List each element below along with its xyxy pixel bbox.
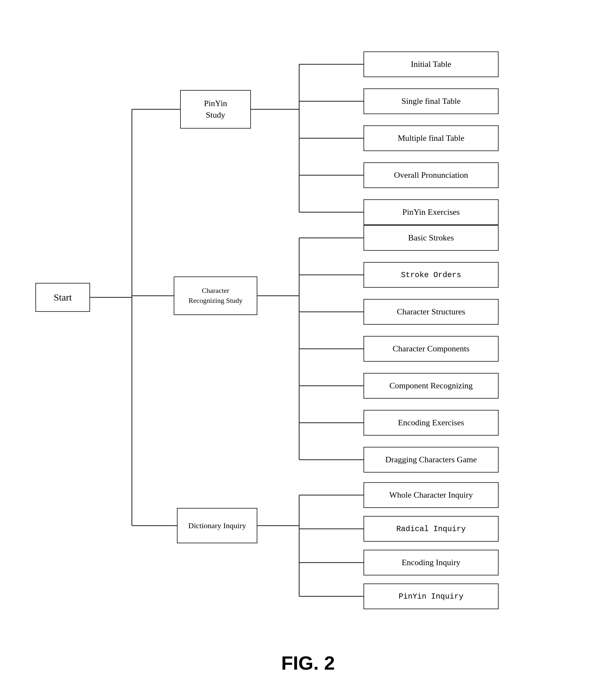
pinyin-label: PinYin Study [204, 98, 227, 121]
leaf-basic-strokes: Basic Strokes [364, 225, 499, 251]
leaf-overall-pronunciation: Overall Pronunciation [364, 162, 499, 188]
start-node: Start [36, 283, 90, 312]
encoding-inquiry-label: Encoding Inquiry [402, 558, 461, 567]
leaf-character-components: Character Components [364, 336, 499, 362]
pinyin-node: PinYin Study [180, 90, 251, 129]
pinyin-inquiry-label: PinYin Inquiry [399, 592, 464, 601]
figure-label: FIG. 2 [281, 652, 335, 674]
encoding-exercises-label: Encoding Exercises [398, 418, 464, 428]
single-final-label: Single final Table [401, 96, 461, 106]
character-components-label: Character Components [393, 344, 470, 353]
dictionary-label: Dictionary Inquiry [188, 522, 246, 530]
leaf-pinyin-exercises: PinYin Exercises [364, 199, 499, 225]
character-label: Character Recognizing Study [189, 286, 243, 306]
leaf-component-recognizing: Component Recognizing [364, 373, 499, 398]
diagram: Start PinYin Study Character Recognizing… [19, 19, 597, 629]
leaf-initial-table: Initial Table [364, 51, 499, 77]
leaf-radical-inquiry: Radical Inquiry [364, 516, 499, 542]
multiple-final-label: Multiple final Table [398, 133, 464, 143]
overall-pronunciation-label: Overall Pronunciation [394, 170, 468, 180]
dictionary-node: Dictionary Inquiry [177, 508, 257, 543]
dragging-characters-label: Dragging Characters Game [386, 455, 477, 464]
leaf-dragging-characters-game: Dragging Characters Game [364, 447, 499, 473]
fig-title: FIG. 2 [281, 652, 335, 674]
connector-lines [19, 19, 597, 629]
character-node: Character Recognizing Study [174, 276, 257, 315]
start-label: Start [54, 292, 72, 303]
radical-inquiry-label: Radical Inquiry [396, 525, 466, 533]
leaf-character-structures: Character Structures [364, 299, 499, 325]
initial-table-label: Initial Table [411, 60, 451, 69]
whole-character-label: Whole Character Inquiry [389, 490, 473, 500]
leaf-stroke-orders: Stroke Orders [364, 262, 499, 288]
leaf-single-final-table: Single final Table [364, 88, 499, 114]
basic-strokes-label: Basic Strokes [408, 233, 454, 243]
leaf-encoding-exercises: Encoding Exercises [364, 410, 499, 436]
leaf-pinyin-inquiry: PinYin Inquiry [364, 583, 499, 609]
leaf-encoding-inquiry: Encoding Inquiry [364, 550, 499, 575]
component-recognizing-label: Component Recognizing [389, 381, 472, 391]
character-structures-label: Character Structures [397, 307, 465, 317]
leaf-whole-character-inquiry: Whole Character Inquiry [364, 482, 499, 508]
stroke-orders-label: Stroke Orders [401, 271, 461, 279]
leaf-multiple-final-table: Multiple final Table [364, 125, 499, 151]
pinyin-exercises-label: PinYin Exercises [402, 207, 460, 217]
